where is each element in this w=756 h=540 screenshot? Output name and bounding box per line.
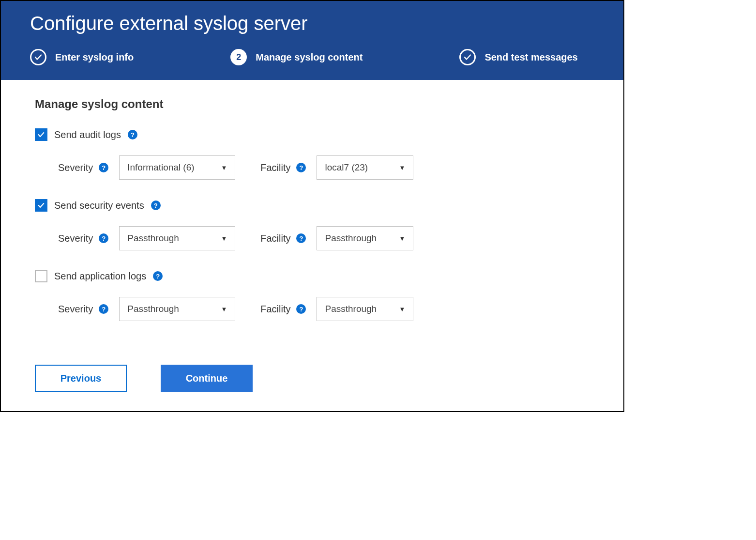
continue-button[interactable]: Continue xyxy=(161,365,253,392)
select-value: Passthrough xyxy=(325,233,377,244)
checkmark-icon xyxy=(30,49,46,65)
caret-down-icon: ▼ xyxy=(221,164,227,171)
help-icon[interactable]: ? xyxy=(99,233,108,243)
help-icon[interactable]: ? xyxy=(296,233,306,243)
help-icon[interactable]: ? xyxy=(296,163,306,172)
select-value: Passthrough xyxy=(127,304,179,314)
severity-select-audit[interactable]: Informational (6) ▼ xyxy=(119,155,235,180)
wizard-header: Configure external syslog server Enter s… xyxy=(1,1,623,80)
select-value: local7 (23) xyxy=(325,162,368,173)
checkbox-label: Send audit logs xyxy=(54,129,121,140)
checkbox-send-application-logs[interactable] xyxy=(35,270,47,282)
section-title: Manage syslog content xyxy=(35,97,590,111)
help-icon[interactable]: ? xyxy=(151,201,161,210)
step-label: Send test messages xyxy=(484,52,577,63)
severity-label: Severity ? xyxy=(58,304,108,315)
checkbox-send-security-events[interactable] xyxy=(35,199,47,212)
severity-select-application[interactable]: Passthrough ▼ xyxy=(119,297,235,321)
checkbox-label: Send application logs xyxy=(54,271,146,282)
select-value: Passthrough xyxy=(325,304,377,314)
caret-down-icon: ▼ xyxy=(399,164,406,171)
facility-select-security[interactable]: Passthrough ▼ xyxy=(317,226,413,250)
select-value: Informational (6) xyxy=(127,162,194,173)
caret-down-icon: ▼ xyxy=(399,235,406,242)
previous-button[interactable]: Previous xyxy=(35,365,127,392)
checkbox-label: Send security events xyxy=(54,200,144,211)
help-icon[interactable]: ? xyxy=(296,304,306,314)
step-label: Manage syslog content xyxy=(256,52,363,63)
caret-down-icon: ▼ xyxy=(221,306,227,313)
wizard-body: Manage syslog content Send audit logs ? … xyxy=(1,80,623,411)
help-icon[interactable]: ? xyxy=(128,130,137,139)
facility-label: Facility ? xyxy=(260,233,306,244)
group-send-security-events: Send security events ? Severity ? Passth… xyxy=(35,199,590,250)
facility-label: Facility ? xyxy=(260,162,306,173)
step-manage-syslog-content[interactable]: 2 Manage syslog content xyxy=(230,49,363,65)
checkbox-send-audit-logs[interactable] xyxy=(35,128,47,141)
step-label: Enter syslog info xyxy=(55,52,134,63)
step-send-test-messages[interactable]: Send test messages xyxy=(459,49,577,65)
wizard-dialog: Configure external syslog server Enter s… xyxy=(0,0,624,412)
group-send-audit-logs: Send audit logs ? Severity ? Information… xyxy=(35,128,590,180)
help-icon[interactable]: ? xyxy=(99,163,108,172)
caret-down-icon: ▼ xyxy=(399,306,406,313)
severity-select-security[interactable]: Passthrough ▼ xyxy=(119,226,235,250)
step-enter-syslog-info[interactable]: Enter syslog info xyxy=(30,49,134,65)
help-icon[interactable]: ? xyxy=(153,271,163,281)
page-title: Configure external syslog server xyxy=(30,13,594,34)
facility-select-application[interactable]: Passthrough ▼ xyxy=(317,297,413,321)
wizard-steps: Enter syslog info 2 Manage syslog conten… xyxy=(30,49,594,65)
help-icon[interactable]: ? xyxy=(99,304,108,314)
group-send-application-logs: Send application logs ? Severity ? Passt… xyxy=(35,270,590,321)
severity-label: Severity ? xyxy=(58,233,108,244)
step-number-icon: 2 xyxy=(230,49,247,65)
facility-select-audit[interactable]: local7 (23) ▼ xyxy=(317,155,413,180)
checkmark-icon xyxy=(459,49,476,65)
button-row: Previous Continue xyxy=(35,365,590,392)
facility-label: Facility ? xyxy=(260,304,306,315)
severity-label: Severity ? xyxy=(58,162,108,173)
select-value: Passthrough xyxy=(127,233,179,244)
caret-down-icon: ▼ xyxy=(221,235,227,242)
